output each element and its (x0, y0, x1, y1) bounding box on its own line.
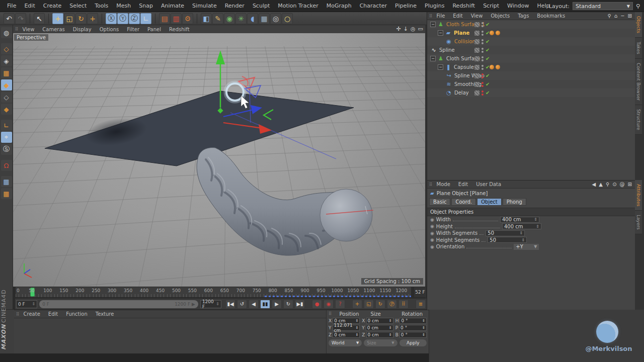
back-icon[interactable]: ◀ (592, 182, 596, 187)
menu-create[interactable]: Create (39, 3, 66, 9)
menu-motion-tracker[interactable]: Motion Tracker (274, 3, 322, 9)
drag-handle-icon[interactable]: ⠿ (329, 311, 332, 317)
side-tab-structure[interactable]: Structure (635, 105, 642, 135)
menu-mesh[interactable]: Mesh (112, 3, 135, 9)
om-menu-edit[interactable]: Edit (449, 13, 466, 19)
visibility-toggle-icon[interactable] (474, 22, 479, 27)
enable-check-icon[interactable]: ✔ (486, 73, 490, 78)
redo-icon[interactable]: ↷ (15, 13, 26, 24)
generators-icon[interactable]: ◉ (224, 13, 235, 24)
key-position-button[interactable]: + (352, 300, 362, 309)
pause-button[interactable]: ▮▮ (260, 300, 270, 309)
spline-pen-icon[interactable]: ✎ (212, 13, 223, 24)
enable-check-icon[interactable]: ✔ (486, 22, 490, 27)
add-icon[interactable]: ⊞ (628, 13, 632, 19)
axis-mode-icon[interactable]: ∟ (1, 120, 12, 131)
object-toggles[interactable]: ✔ (474, 81, 490, 87)
drag-handle-icon[interactable]: ⠿ (15, 27, 18, 32)
render-picture-viewer-icon[interactable]: ▥ (171, 13, 182, 24)
side-tab-attributes[interactable]: Attributes (635, 180, 642, 211)
key-parameter-button[interactable]: Ⓟ (387, 300, 397, 309)
editor-render-dots[interactable] (481, 31, 484, 36)
attr-menu-edit[interactable]: Edit (455, 182, 471, 187)
home-icon[interactable]: ⌂ (614, 13, 617, 19)
play-forwards-button[interactable]: ↻ (283, 300, 293, 309)
side-tab-takes[interactable]: Takes (635, 38, 642, 59)
last-tool-icon[interactable]: + (87, 13, 98, 24)
render-view-icon[interactable]: ▤ (159, 13, 170, 24)
side-tab-layers[interactable]: Layers (635, 211, 642, 234)
autokey-button[interactable]: ◉ (324, 300, 334, 309)
editor-render-dots[interactable] (481, 82, 484, 87)
space-dropdown[interactable]: World▼ (329, 339, 362, 346)
om-menu-objects[interactable]: Objects (487, 13, 513, 19)
visibility-toggle-icon[interactable] (474, 31, 479, 36)
magnet-icon[interactable]: Ω (1, 160, 12, 171)
light-icon[interactable]: ○ (282, 13, 293, 24)
convert-icon[interactable]: ◍ (1, 27, 12, 38)
size-mode-dropdown[interactable]: Size▼ (364, 339, 397, 346)
enable-check-icon[interactable]: ✔ (486, 47, 490, 53)
object-row-smoothing[interactable]: ≋Smoothing✔ (427, 80, 635, 88)
coord-field-rotation-b[interactable]: 0 °⇕ (399, 332, 427, 338)
object-row-capsule[interactable]: −❚Capsule✔ (427, 63, 635, 71)
object-row-cloth-surface-1[interactable]: −♟Cloth Surface.1✔ (427, 20, 635, 29)
editor-render-dots[interactable] (481, 39, 484, 44)
menu-plugins[interactable]: Plugins (421, 3, 448, 9)
menu-select[interactable]: Select (65, 3, 91, 9)
menu-window[interactable]: Window (503, 3, 533, 9)
key-rotation-button[interactable]: ↻ (375, 300, 385, 309)
spinner-icon[interactable]: ⇕ (389, 319, 392, 323)
spinner-icon[interactable]: ⇕ (534, 217, 537, 222)
object-row-delay[interactable]: ◔Delay✔ (427, 88, 635, 97)
pan-view-icon[interactable]: ✢ (396, 26, 401, 32)
side-tab-content-browser[interactable]: Content Browser (635, 59, 642, 105)
next-frame-button[interactable]: ▶ (272, 300, 282, 309)
camera-icon[interactable]: ◎ (270, 13, 281, 24)
expander-icon[interactable]: − (438, 30, 443, 36)
lock-x-icon[interactable]: Ⓧ (106, 13, 117, 24)
field-value-height[interactable]: 400 cm⇕ (502, 223, 541, 229)
visibility-toggle-icon[interactable] (474, 39, 479, 44)
attr-menu-mode[interactable]: Mode (433, 182, 454, 187)
viewport-menu-display[interactable]: Display (69, 27, 95, 32)
spinner-icon[interactable]: ⇕ (355, 319, 358, 323)
side-tab-objects[interactable]: Objects (635, 12, 642, 38)
goto-start-button[interactable]: ▮◀ (225, 300, 235, 309)
viewport-menu-panel[interactable]: Panel (144, 27, 165, 32)
editor-render-dots[interactable] (481, 65, 484, 70)
toggle-view-icon[interactable]: ▭ (418, 26, 423, 32)
tab-basic[interactable]: Basic (429, 198, 450, 206)
up-icon[interactable]: ▲ (599, 182, 603, 187)
snap-icon[interactable]: Ⓢ (1, 144, 12, 155)
model-mode-icon[interactable]: ◇ (1, 43, 12, 54)
expander-icon[interactable]: − (430, 56, 436, 61)
visibility-toggle-icon[interactable] (474, 73, 479, 78)
workplane-mode-icon[interactable]: ▦ (1, 67, 12, 78)
spinner-icon[interactable]: ⇕ (422, 333, 425, 337)
editor-render-dots[interactable] (481, 90, 484, 96)
at-icon[interactable]: @ (620, 182, 625, 187)
visibility-toggle-icon[interactable] (474, 56, 479, 61)
scale-tool-icon[interactable]: ◱ (64, 13, 75, 24)
coord-field-size-z[interactable]: 0 cm⇕ (366, 332, 393, 338)
object-toggles[interactable]: ✔ (474, 56, 490, 61)
object-toggles[interactable]: ✔ (474, 39, 490, 44)
keyframe-bar-button[interactable]: ≣ (416, 300, 426, 309)
drag-handle-icon[interactable]: ⠿ (429, 182, 432, 187)
coord-field-rotation-h[interactable]: 0 °⇕ (399, 318, 427, 324)
om-menu-view[interactable]: View (467, 13, 487, 19)
coord-field-position-y[interactable]: 112.071 cm⇕ (333, 325, 360, 331)
om-menu-tags[interactable]: Tags (514, 13, 532, 19)
lock-y-icon[interactable]: Ⓨ (117, 13, 128, 24)
object-row-spline[interactable]: ∿Spline✔ (427, 46, 635, 54)
tab-coord-[interactable]: Coord. (451, 198, 476, 206)
object-toggles[interactable]: ✔ (474, 73, 490, 78)
menu-snap[interactable]: Snap (135, 3, 157, 9)
render-settings-icon[interactable]: ⚙ (182, 13, 193, 24)
key-circle-icon[interactable]: ◉ (430, 244, 434, 249)
key-circle-icon[interactable]: ◉ (430, 237, 434, 242)
field-value-width-segments[interactable]: 50⇕ (486, 230, 525, 236)
search-icon[interactable]: ⚲ (636, 3, 640, 10)
viewport[interactable]: ⠿ ViewCamerasDisplayOptionsFilterPanelRe… (13, 25, 425, 287)
